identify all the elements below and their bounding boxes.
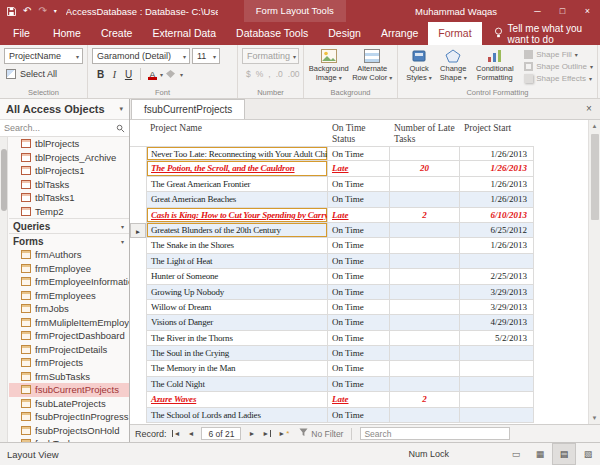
minimize-button[interactable]: ─: [525, 0, 550, 22]
table-row[interactable]: Growing Up NobodyOn Time3/29/2013: [130, 285, 534, 300]
start-date-cell[interactable]: [460, 346, 534, 361]
record-search-input[interactable]: [364, 429, 506, 439]
nav-item-frmEmployeeInformation[interactable]: frmEmployeeInformation: [9, 275, 129, 289]
start-date-cell[interactable]: [460, 377, 534, 392]
nav-pane-header[interactable]: All Access Objects ▾: [0, 99, 129, 119]
status-cell[interactable]: On Time: [328, 238, 390, 253]
nav-item-frmProjectDetails[interactable]: frmProjectDetails: [9, 343, 129, 357]
alternate-row-color-button[interactable]: Alternate Row Color ▾: [352, 48, 394, 86]
late-tasks-cell[interactable]: [390, 300, 460, 315]
project-name-cell[interactable]: Willow of Dream: [146, 300, 328, 315]
font-color-button[interactable]: A: [146, 67, 159, 81]
change-shape-button[interactable]: Change Shape ▾: [436, 48, 470, 86]
nav-item-frmEmployee[interactable]: frmEmployee: [9, 262, 129, 276]
restore-button[interactable]: □: [550, 0, 575, 22]
status-cell[interactable]: On Time: [328, 377, 390, 392]
column-header-name[interactable]: Project Name: [146, 120, 328, 146]
redo-icon[interactable]: ↷: [38, 6, 46, 16]
start-date-cell[interactable]: 3/29/2013: [460, 285, 534, 300]
nav-item-fsubProjectsOnHold[interactable]: fsubProjectsOnHold: [9, 424, 129, 438]
scrollbar-thumb[interactable]: [591, 134, 599, 220]
status-cell[interactable]: On Time: [328, 146, 390, 161]
table-row[interactable]: The River in the ThornsOn Time5/2/2013: [130, 331, 534, 346]
late-tasks-cell[interactable]: [390, 408, 460, 423]
document-close-icon[interactable]: ×: [578, 99, 600, 119]
table-row[interactable]: The Potion, the Scroll, and the Cauldron…: [130, 161, 534, 176]
nav-scrollbar[interactable]: [0, 137, 8, 442]
project-name-cell[interactable]: Visions of Danger: [146, 315, 328, 330]
table-row[interactable]: The School of Lords and LadiesOn Time: [130, 408, 534, 423]
filter-indicator[interactable]: No Filter: [299, 428, 343, 439]
nav-item-tblProjects1[interactable]: tblProjects1: [9, 164, 129, 178]
document-tab[interactable]: fsubCurrentProjects: [131, 99, 245, 119]
record-search-box[interactable]: [360, 427, 510, 440]
status-cell[interactable]: On Time: [328, 408, 390, 423]
late-tasks-cell[interactable]: [390, 192, 460, 207]
qat-customize-icon[interactable]: ▾: [54, 8, 57, 14]
next-record-button[interactable]: ►: [246, 430, 257, 437]
design-view-button[interactable]: ▧: [576, 443, 600, 465]
project-name-cell[interactable]: Never Too Late: Reconnecting with Your A…: [146, 146, 328, 161]
ribbon-tab-format[interactable]: Format: [428, 22, 481, 45]
start-date-cell[interactable]: [460, 361, 534, 376]
start-date-cell[interactable]: [460, 254, 534, 269]
status-cell[interactable]: On Time: [328, 315, 390, 330]
start-date-cell[interactable]: 1/26/2013: [460, 146, 534, 161]
table-row[interactable]: Hunter of SomeoneOn Time2/25/2013: [130, 269, 534, 284]
record-position[interactable]: 6 of 21: [201, 427, 241, 440]
nav-item-frmProjectDashboard[interactable]: frmProjectDashboard: [9, 329, 129, 343]
column-header-start[interactable]: Project Start: [460, 120, 534, 146]
start-date-cell[interactable]: 1/26/2013: [460, 161, 534, 176]
late-tasks-cell[interactable]: [390, 269, 460, 284]
datasheet-view-button[interactable]: ▦: [528, 443, 552, 465]
nav-item-frmJobs[interactable]: frmJobs: [9, 302, 129, 316]
status-cell[interactable]: On Time: [328, 254, 390, 269]
table-row[interactable]: The Memory in the ManOn Time: [130, 361, 534, 376]
late-tasks-cell[interactable]: [390, 254, 460, 269]
project-name-cell[interactable]: The Light of Heat: [146, 254, 328, 269]
status-cell[interactable]: Late: [328, 392, 390, 407]
status-cell[interactable]: On Time: [328, 346, 390, 361]
layout-view-button[interactable]: ▤: [552, 443, 576, 465]
undo-icon[interactable]: ↶: [23, 6, 31, 16]
ribbon-tab-create[interactable]: Create: [91, 22, 143, 45]
table-row[interactable]: The Cold NightOn Time: [130, 377, 534, 392]
status-cell[interactable]: On Time: [328, 331, 390, 346]
chevron-down-icon[interactable]: ▾: [180, 71, 183, 78]
late-tasks-cell[interactable]: [390, 361, 460, 376]
table-row[interactable]: Cash is King: How to Cut Your Spending b…: [130, 208, 534, 223]
nav-item-frmProjects[interactable]: frmProjects: [9, 356, 129, 370]
conditional-formatting-button[interactable]: Conditional Formatting: [470, 48, 519, 86]
status-cell[interactable]: On Time: [328, 285, 390, 300]
project-name-cell[interactable]: The Cold Night: [146, 377, 328, 392]
start-date-cell[interactable]: [460, 408, 534, 423]
background-image-button[interactable]: Background Image ▾: [308, 48, 350, 86]
column-header-status[interactable]: On Time Status: [328, 120, 390, 146]
nav-item-fsubTasks[interactable]: fsubTasks: [9, 437, 129, 442]
project-name-cell[interactable]: Hunter of Someone: [146, 269, 328, 284]
table-row[interactable]: The Light of HeatOn Time: [130, 254, 534, 269]
table-row[interactable]: The Great American FrontierOn Time1/26/2…: [130, 177, 534, 192]
nav-item-tblProjects[interactable]: tblProjects: [9, 137, 129, 151]
project-name-cell[interactable]: The Potion, the Scroll, and the Cauldron: [146, 161, 328, 176]
ribbon-tab-arrange[interactable]: Arrange: [371, 22, 428, 45]
project-name-cell[interactable]: The Soul in the Crying: [146, 346, 328, 361]
user-name[interactable]: Muhammad Waqas: [415, 6, 497, 17]
start-date-cell[interactable]: 1/26/2013: [460, 192, 534, 207]
ribbon-tab-home[interactable]: Home: [43, 22, 91, 45]
column-header-late[interactable]: Number of Late Tasks: [390, 120, 460, 146]
nav-scrollbar-thumb[interactable]: [1, 149, 7, 211]
project-name-cell[interactable]: The Great American Frontier: [146, 177, 328, 192]
chevron-down-icon[interactable]: ▾: [119, 105, 123, 113]
project-name-cell[interactable]: Cash is King: How to Cut Your Spending b…: [146, 208, 328, 223]
ribbon-tab-database-tools[interactable]: Database Tools: [226, 22, 318, 45]
vertical-scrollbar[interactable]: ▲ ▼: [588, 120, 600, 424]
late-tasks-cell[interactable]: [390, 285, 460, 300]
table-row[interactable]: Willow of DreamOn Time3/29/2013: [130, 300, 534, 315]
new-record-button[interactable]: ►*: [276, 429, 291, 438]
search-icon[interactable]: [116, 119, 125, 137]
table-row[interactable]: The Snake in the ShoresOn Time1/26/2013: [130, 238, 534, 253]
nav-search-input[interactable]: [4, 123, 116, 133]
nav-item-Temp2[interactable]: Temp2: [9, 205, 129, 219]
font-name-combo[interactable]: Garamond (Detail) ▾: [92, 48, 190, 64]
